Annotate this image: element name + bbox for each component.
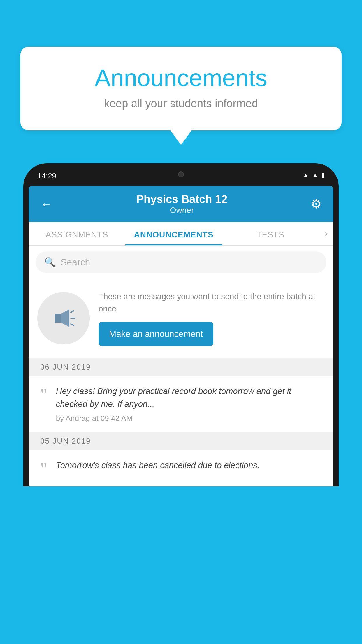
search-placeholder: Search (61, 257, 90, 268)
header-title-group: Physics Batch 12 Owner (136, 193, 228, 215)
phone-notch (164, 169, 198, 180)
tabs-more[interactable]: › (319, 222, 333, 245)
settings-icon[interactable]: ⚙ (311, 197, 322, 211)
tabs-bar: ASSIGNMENTS ANNOUNCEMENTS TESTS › (29, 222, 333, 246)
tab-assignments[interactable]: ASSIGNMENTS (29, 222, 125, 245)
date-separator-1: 06 JUN 2019 (29, 358, 333, 376)
announcement-content-1: Hey class! Bring your practical record b… (56, 385, 322, 423)
signal-icon: ▲ (312, 172, 318, 179)
bubble-title: Announcements (44, 64, 318, 92)
user-role: Owner (136, 206, 228, 215)
promo-section: These are messages you want to send to t… (29, 279, 333, 358)
back-button[interactable]: ← (40, 197, 53, 211)
quote-icon-2: " (40, 461, 47, 477)
promo-description: These are messages you want to send to t… (99, 290, 325, 315)
announcement-item-1: " Hey class! Bring your practical record… (29, 376, 333, 432)
announcement-text-1: Hey class! Bring your practical record b… (56, 385, 322, 410)
wifi-icon: ▲ (303, 172, 309, 179)
tab-announcements[interactable]: ANNOUNCEMENTS (125, 222, 222, 245)
date-separator-2: 05 JUN 2019 (29, 432, 333, 450)
megaphone-icon (49, 304, 78, 333)
phone-camera (178, 172, 184, 177)
phone-status-icons: ▲ ▲ ▮ (303, 172, 325, 179)
phone-container: 14:29 ▲ ▲ ▮ ← Physics Batch 12 Owner ⚙ (23, 163, 339, 644)
svg-line-4 (71, 324, 74, 326)
svg-rect-1 (55, 314, 61, 323)
quote-icon-1: " (40, 386, 47, 403)
phone-outer: 14:29 ▲ ▲ ▮ ← Physics Batch 12 Owner ⚙ (23, 163, 339, 486)
batch-name: Physics Batch 12 (136, 193, 228, 206)
search-bar[interactable]: 🔍 Search (36, 251, 326, 273)
announcement-item-2: " Tomorrow's class has been cancelled du… (29, 450, 333, 486)
announcement-content-2: Tomorrow's class has been cancelled due … (56, 459, 322, 472)
status-bar: 14:29 ▲ ▲ ▮ (29, 169, 333, 186)
app-header: ← Physics Batch 12 Owner ⚙ (29, 186, 333, 222)
make-announcement-button[interactable]: Make an announcement (99, 322, 213, 346)
tab-tests[interactable]: TESTS (222, 222, 319, 245)
phone-screen: ← Physics Batch 12 Owner ⚙ ASSIGNMENTS A… (29, 186, 333, 486)
announcement-text-2: Tomorrow's class has been cancelled due … (56, 459, 322, 472)
phone-time: 14:29 (37, 172, 56, 181)
bubble-subtitle: keep all your students informed (44, 97, 318, 110)
svg-line-2 (71, 311, 74, 312)
promo-icon-circle (37, 292, 90, 344)
promo-content: These are messages you want to send to t… (99, 290, 325, 346)
announcement-bubble: Announcements keep all your students inf… (20, 47, 342, 130)
search-icon: 🔍 (44, 257, 56, 268)
announcement-meta-1: by Anurag at 09:42 AM (56, 414, 322, 423)
search-container: 🔍 Search (29, 246, 333, 279)
battery-icon: ▮ (321, 172, 325, 179)
